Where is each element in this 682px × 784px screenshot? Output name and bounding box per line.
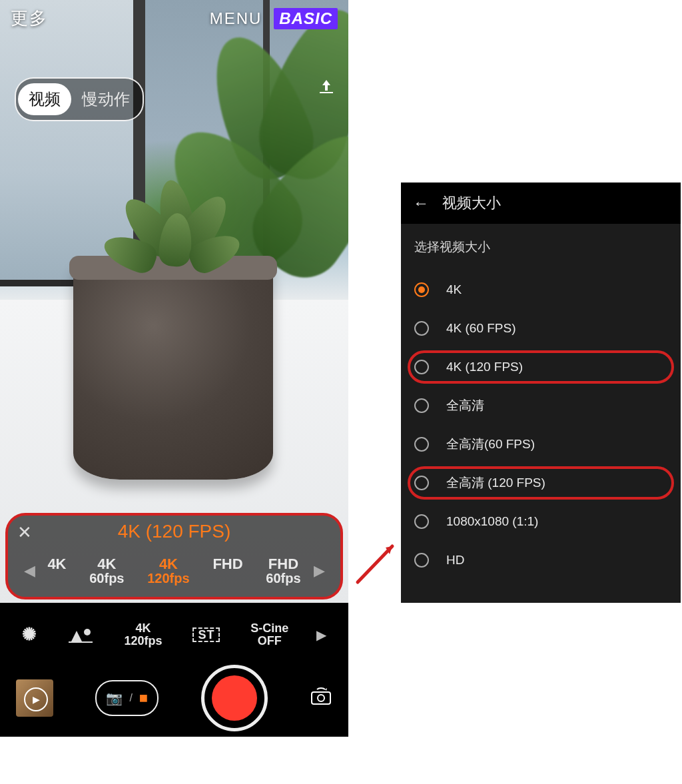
- annotation-arrow: [354, 540, 400, 586]
- succulent: [120, 173, 233, 273]
- bokeh-icon[interactable]: [67, 625, 94, 644]
- resolution-title: 4K (120 FPS): [8, 521, 340, 542]
- play-icon: ▶: [24, 687, 48, 711]
- option-label: 全高清(60 FPS): [446, 436, 535, 453]
- video-size-option[interactable]: 4K: [401, 270, 681, 309]
- chevron-right-icon[interactable]: ▶: [316, 627, 326, 643]
- divider: /: [129, 692, 132, 704]
- scine-l1: S-Cine: [250, 622, 288, 635]
- radio-icon: [414, 360, 429, 374]
- video-size-option[interactable]: HD: [401, 541, 681, 580]
- settings-title: 视频大小: [442, 193, 501, 213]
- brightness-icon[interactable]: ✺: [22, 625, 37, 643]
- video-icon: ■: [139, 689, 148, 707]
- mode-badge[interactable]: BASIC: [274, 8, 338, 29]
- option-label: 1080x1080 (1:1): [446, 514, 538, 529]
- option-label: 4K (120 FPS): [446, 360, 523, 374]
- scine-quick[interactable]: S-Cine OFF: [250, 622, 288, 647]
- photo-video-switch[interactable]: 📷 / ■: [95, 680, 159, 716]
- gallery-thumbnail[interactable]: ▶: [16, 679, 53, 717]
- svg-rect-1: [69, 641, 93, 643]
- top-bar: 更多 MENU BASIC: [0, 0, 348, 37]
- resolution-quick-l2: 120fps: [125, 635, 163, 647]
- video-size-option[interactable]: 全高清(60 FPS): [401, 425, 681, 464]
- quick-settings-row: ✺ 4K 120fps ST S-Cine OFF ▶: [0, 615, 348, 655]
- camera-icon: 📷: [106, 690, 123, 706]
- record-button[interactable]: [201, 665, 268, 731]
- resolution-quick-l1: 4K: [136, 622, 151, 635]
- radio-icon: [414, 553, 429, 568]
- back-icon[interactable]: ←: [413, 194, 429, 212]
- style-quick[interactable]: ST: [192, 627, 220, 643]
- more-button[interactable]: 更多: [11, 7, 48, 30]
- mode-video[interactable]: 视频: [18, 83, 71, 115]
- chevron-left-icon[interactable]: ◀: [23, 562, 36, 580]
- radio-icon: [414, 437, 429, 452]
- record-indicator: [212, 675, 257, 721]
- option-label: 4K: [446, 282, 462, 297]
- resolution-option[interactable]: 4K: [47, 556, 66, 586]
- resolution-option[interactable]: FHD60fps: [266, 556, 300, 586]
- radio-icon: [414, 514, 429, 529]
- resolution-option[interactable]: 4K60fps: [89, 556, 124, 586]
- option-label: HD: [446, 553, 464, 568]
- video-size-option[interactable]: 4K (120 FPS): [401, 348, 681, 386]
- radio-icon: [414, 282, 429, 297]
- flip-camera-icon[interactable]: [310, 687, 332, 710]
- resolution-option[interactable]: FHD: [212, 556, 242, 586]
- settings-header: ← 视频大小: [401, 183, 681, 224]
- video-size-option[interactable]: 1080x1080 (1:1): [401, 502, 681, 541]
- radio-icon: [414, 321, 429, 336]
- option-label: 全高清 (120 FPS): [446, 474, 545, 492]
- option-label: 全高清: [446, 397, 484, 414]
- bottom-controls: ✺ 4K 120fps ST S-Cine OFF ▶: [0, 603, 348, 737]
- viewfinder: 更多 MENU BASIC 视频 慢动作 ✕ 4K (120 FPS) ◀ 4K…: [0, 0, 348, 603]
- plant-pot: [73, 260, 273, 480]
- option-label: 4K (60 FPS): [446, 321, 516, 336]
- style-badge: ST: [192, 627, 220, 643]
- menu-button[interactable]: MENU: [210, 9, 262, 28]
- resolution-option[interactable]: 4K120fps: [147, 556, 189, 586]
- video-size-option[interactable]: 全高清: [401, 386, 681, 425]
- svg-point-0: [84, 629, 91, 635]
- radio-icon: [414, 398, 429, 413]
- video-size-option[interactable]: 全高清 (120 FPS): [401, 464, 681, 502]
- capture-mode-pill: 视频 慢动作: [15, 77, 144, 121]
- svg-line-3: [358, 546, 392, 582]
- resolution-quick[interactable]: 4K 120fps: [125, 622, 163, 647]
- resolution-picker: ✕ 4K (120 FPS) ◀ 4K4K60fps4K120fpsFHDFHD…: [5, 513, 343, 599]
- upload-icon[interactable]: [318, 79, 335, 99]
- camera-app: 更多 MENU BASIC 视频 慢动作 ✕ 4K (120 FPS) ◀ 4K…: [0, 0, 348, 737]
- section-label: 选择视频大小: [401, 224, 681, 270]
- video-size-option[interactable]: 4K (60 FPS): [401, 309, 681, 348]
- scine-l2: OFF: [258, 635, 282, 647]
- radio-icon: [414, 476, 429, 490]
- svg-point-2: [318, 695, 324, 701]
- chevron-right-icon[interactable]: ▶: [312, 562, 326, 580]
- mode-slowmo[interactable]: 慢动作: [71, 83, 141, 115]
- video-size-settings: ← 视频大小 选择视频大小 4K4K (60 FPS)4K (120 FPS)全…: [401, 183, 681, 603]
